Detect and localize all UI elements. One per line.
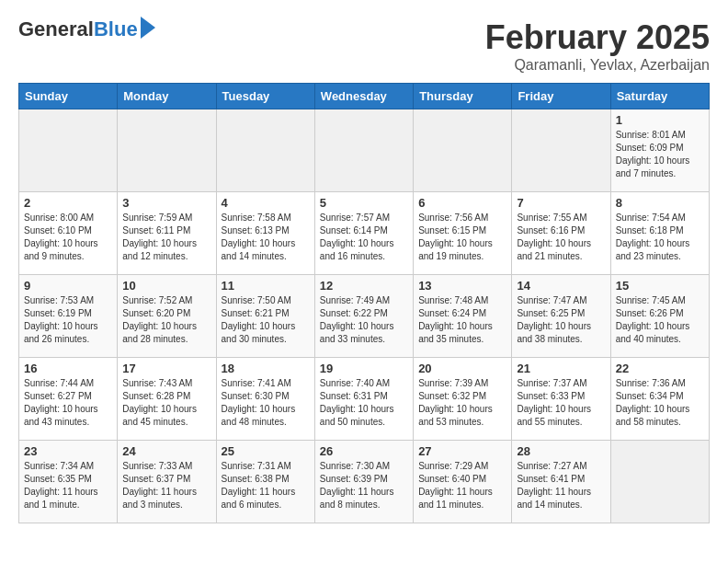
day-number: 6	[418, 196, 506, 210]
day-info: Sunrise: 7:34 AM Sunset: 6:35 PM Dayligh…	[24, 460, 112, 511]
day-number: 14	[517, 279, 605, 293]
day-number: 7	[517, 196, 605, 210]
day-number: 17	[122, 362, 210, 375]
day-info: Sunrise: 7:58 AM Sunset: 6:13 PM Dayligh…	[222, 212, 310, 263]
day-info: Sunrise: 7:44 AM Sunset: 6:27 PM Dayligh…	[24, 377, 112, 429]
day-number: 19	[320, 362, 408, 375]
day-number: 12	[320, 279, 408, 293]
calendar-cell	[314, 109, 413, 192]
day-info: Sunrise: 7:27 AM Sunset: 6:41 PM Dayligh…	[517, 460, 605, 511]
day-number: 1	[616, 113, 704, 127]
page-header: GeneralBlue February 2025 Qaramanli, Yev…	[18, 18, 710, 74]
day-info: Sunrise: 7:47 AM Sunset: 6:25 PM Dayligh…	[517, 294, 605, 346]
weekday-header-row: SundayMondayTuesdayWednesdayThursdayFrid…	[19, 84, 710, 109]
calendar-cell	[610, 441, 709, 523]
logo: GeneralBlue	[18, 18, 155, 40]
day-number: 4	[222, 196, 310, 210]
day-info: Sunrise: 7:29 AM Sunset: 6:40 PM Dayligh…	[418, 460, 506, 511]
weekday-header-monday: Monday	[118, 84, 216, 109]
logo-general-text: General	[18, 17, 94, 40]
calendar-cell: 12Sunrise: 7:49 AM Sunset: 6:22 PM Dayli…	[314, 275, 413, 358]
calendar-cell: 5Sunrise: 7:57 AM Sunset: 6:14 PM Daylig…	[314, 192, 413, 275]
day-info: Sunrise: 7:48 AM Sunset: 6:24 PM Dayligh…	[418, 294, 506, 346]
day-info: Sunrise: 7:54 AM Sunset: 6:18 PM Dayligh…	[616, 212, 704, 263]
day-number: 22	[616, 362, 704, 375]
day-number: 24	[122, 444, 210, 458]
logo-blue-text: Blue	[94, 17, 138, 40]
location-subtitle: Qaramanli, Yevlax, Azerbaijan	[485, 57, 710, 74]
calendar-cell: 10Sunrise: 7:52 AM Sunset: 6:20 PM Dayli…	[118, 275, 216, 358]
weekday-header-tuesday: Tuesday	[216, 84, 314, 109]
calendar-table: SundayMondayTuesdayWednesdayThursdayFrid…	[18, 83, 710, 523]
day-info: Sunrise: 7:49 AM Sunset: 6:22 PM Dayligh…	[320, 294, 408, 346]
day-number: 9	[24, 279, 112, 293]
calendar-cell: 9Sunrise: 7:53 AM Sunset: 6:19 PM Daylig…	[19, 275, 118, 358]
day-info: Sunrise: 7:40 AM Sunset: 6:31 PM Dayligh…	[320, 377, 408, 429]
calendar-cell: 13Sunrise: 7:48 AM Sunset: 6:24 PM Dayli…	[414, 275, 512, 358]
day-info: Sunrise: 7:33 AM Sunset: 6:37 PM Dayligh…	[122, 460, 210, 511]
day-info: Sunrise: 7:50 AM Sunset: 6:21 PM Dayligh…	[222, 294, 310, 346]
day-number: 26	[320, 444, 408, 458]
day-number: 23	[24, 444, 112, 458]
day-number: 27	[418, 444, 506, 458]
calendar-cell	[216, 109, 314, 192]
calendar-cell: 3Sunrise: 7:59 AM Sunset: 6:11 PM Daylig…	[118, 192, 216, 275]
weekday-header-saturday: Saturday	[610, 84, 709, 109]
calendar-cell: 24Sunrise: 7:33 AM Sunset: 6:37 PM Dayli…	[118, 441, 216, 523]
day-info: Sunrise: 7:55 AM Sunset: 6:16 PM Dayligh…	[517, 212, 605, 263]
calendar-cell: 6Sunrise: 7:56 AM Sunset: 6:15 PM Daylig…	[414, 192, 512, 275]
day-number: 13	[418, 279, 506, 293]
week-row-2: 2Sunrise: 8:00 AM Sunset: 6:10 PM Daylig…	[19, 192, 710, 275]
calendar-cell: 1Sunrise: 8:01 AM Sunset: 6:09 PM Daylig…	[610, 109, 709, 192]
calendar-cell: 7Sunrise: 7:55 AM Sunset: 6:16 PM Daylig…	[512, 192, 610, 275]
title-block: February 2025 Qaramanli, Yevlax, Azerbai…	[485, 18, 710, 74]
calendar-cell: 22Sunrise: 7:36 AM Sunset: 6:34 PM Dayli…	[610, 358, 709, 441]
calendar-cell: 21Sunrise: 7:37 AM Sunset: 6:33 PM Dayli…	[512, 358, 610, 441]
day-info: Sunrise: 7:31 AM Sunset: 6:38 PM Dayligh…	[222, 460, 310, 511]
calendar-cell: 19Sunrise: 7:40 AM Sunset: 6:31 PM Dayli…	[314, 358, 413, 441]
day-info: Sunrise: 8:00 AM Sunset: 6:10 PM Dayligh…	[24, 212, 112, 263]
weekday-header-wednesday: Wednesday	[314, 84, 413, 109]
day-number: 8	[616, 196, 704, 210]
calendar-cell	[19, 109, 118, 192]
calendar-cell: 20Sunrise: 7:39 AM Sunset: 6:32 PM Dayli…	[414, 358, 512, 441]
calendar-cell	[512, 109, 610, 192]
day-info: Sunrise: 7:43 AM Sunset: 6:28 PM Dayligh…	[122, 377, 210, 429]
day-number: 15	[616, 279, 704, 293]
calendar-cell: 14Sunrise: 7:47 AM Sunset: 6:25 PM Dayli…	[512, 275, 610, 358]
day-number: 25	[222, 444, 310, 458]
day-number: 3	[122, 196, 210, 210]
calendar-cell: 27Sunrise: 7:29 AM Sunset: 6:40 PM Dayli…	[414, 441, 512, 523]
calendar-cell	[118, 109, 216, 192]
calendar-cell: 16Sunrise: 7:44 AM Sunset: 6:27 PM Dayli…	[19, 358, 118, 441]
day-info: Sunrise: 7:59 AM Sunset: 6:11 PM Dayligh…	[122, 212, 210, 263]
day-info: Sunrise: 7:52 AM Sunset: 6:20 PM Dayligh…	[122, 294, 210, 346]
calendar-cell	[414, 109, 512, 192]
day-number: 2	[24, 196, 112, 210]
weekday-header-thursday: Thursday	[414, 84, 512, 109]
day-info: Sunrise: 7:53 AM Sunset: 6:19 PM Dayligh…	[24, 294, 112, 346]
calendar-cell: 25Sunrise: 7:31 AM Sunset: 6:38 PM Dayli…	[216, 441, 314, 523]
day-number: 21	[517, 362, 605, 375]
day-number: 5	[320, 196, 408, 210]
day-number: 11	[222, 279, 310, 293]
day-info: Sunrise: 7:56 AM Sunset: 6:15 PM Dayligh…	[418, 212, 506, 263]
day-info: Sunrise: 7:30 AM Sunset: 6:39 PM Dayligh…	[320, 460, 408, 511]
calendar-cell: 2Sunrise: 8:00 AM Sunset: 6:10 PM Daylig…	[19, 192, 118, 275]
calendar-cell: 11Sunrise: 7:50 AM Sunset: 6:21 PM Dayli…	[216, 275, 314, 358]
day-info: Sunrise: 7:37 AM Sunset: 6:33 PM Dayligh…	[517, 377, 605, 429]
week-row-5: 23Sunrise: 7:34 AM Sunset: 6:35 PM Dayli…	[19, 441, 710, 523]
day-info: Sunrise: 7:57 AM Sunset: 6:14 PM Dayligh…	[320, 212, 408, 263]
calendar-cell: 26Sunrise: 7:30 AM Sunset: 6:39 PM Dayli…	[314, 441, 413, 523]
calendar-cell: 4Sunrise: 7:58 AM Sunset: 6:13 PM Daylig…	[216, 192, 314, 275]
week-row-3: 9Sunrise: 7:53 AM Sunset: 6:19 PM Daylig…	[19, 275, 710, 358]
day-number: 20	[418, 362, 506, 375]
week-row-4: 16Sunrise: 7:44 AM Sunset: 6:27 PM Dayli…	[19, 358, 710, 441]
calendar-cell: 18Sunrise: 7:41 AM Sunset: 6:30 PM Dayli…	[216, 358, 314, 441]
day-number: 10	[122, 279, 210, 293]
calendar-cell: 8Sunrise: 7:54 AM Sunset: 6:18 PM Daylig…	[610, 192, 709, 275]
day-number: 18	[222, 362, 310, 375]
logo-arrow-icon	[141, 17, 155, 39]
day-info: Sunrise: 7:39 AM Sunset: 6:32 PM Dayligh…	[418, 377, 506, 429]
week-row-1: 1Sunrise: 8:01 AM Sunset: 6:09 PM Daylig…	[19, 109, 710, 192]
